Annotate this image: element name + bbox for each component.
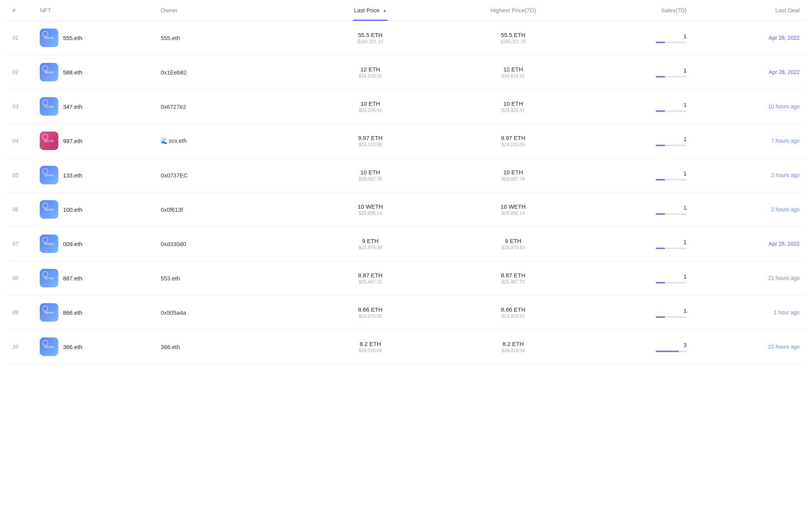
row-last-price: 8.2 ETH $24,018.04: [299, 330, 442, 364]
sales-bar-bg: [656, 179, 687, 181]
sales-count: 1: [683, 307, 687, 314]
sales-count: 1: [683, 67, 687, 74]
last-price-usd: $160,321.15: [303, 39, 437, 44]
highest-price-usd: $24,970.92: [447, 314, 580, 319]
nft-thumb-label: 997.eth: [44, 140, 54, 142]
sales-count: 1: [683, 136, 687, 142]
col-header-last-price[interactable]: Last Price ▼: [299, 0, 442, 21]
col-header-num: #: [8, 0, 35, 21]
row-sales: 1: [585, 89, 695, 124]
row-owner: 0xd330d0: [156, 227, 299, 261]
col-header-nft: NFT: [35, 0, 156, 21]
row-owner: 🌊scv.eth: [156, 124, 299, 158]
nft-thumb-label: 887.eth: [44, 277, 54, 280]
nft-name-label: 366.eth: [63, 344, 82, 350]
sales-bar-fill: [656, 179, 665, 181]
nft-name-label: 997.eth: [63, 138, 82, 144]
nft-thumbnail: 366.eth: [40, 337, 58, 356]
last-deal-value: Apr 28, 2022: [769, 35, 800, 41]
highest-price-usd: $34,619.31: [447, 73, 580, 79]
nft-name-label: 347.eth: [63, 103, 82, 110]
table-header-row: # NFT Owner Last Price ▼ Highest Price(7…: [8, 0, 804, 21]
row-last-price: 8.66 ETH $24,970.92: [299, 295, 442, 330]
row-sales: 1: [585, 192, 695, 227]
table-row: 03 347.eth 347.eth 0x6727e2 10 ETH $29,3…: [8, 89, 804, 124]
row-last-deal: 23 hours ago: [694, 330, 804, 364]
row-sales: 1: [585, 227, 695, 261]
last-deal-value: 1 hour ago: [774, 309, 800, 315]
table-row: 07 009.eth 009.eth 0xd330d0 9 ETH $25,97…: [8, 227, 804, 261]
nft-name-label: 588.eth: [63, 69, 82, 76]
row-sales: 1: [585, 158, 695, 192]
table-row: 02 588.eth 588.eth 0x1Eeb82 12 ETH $34,6…: [8, 55, 804, 89]
last-price-eth: 10 ETH: [303, 169, 437, 175]
last-price-eth: 12 ETH: [303, 66, 437, 73]
last-deal-value: Apr 28, 2022: [769, 241, 800, 247]
sales-bar-fill: [656, 282, 665, 283]
last-price-eth: 10 ETH: [303, 100, 437, 107]
row-nft: 997.eth 997.eth: [35, 124, 156, 158]
nft-thumb-label: 366.eth: [44, 346, 54, 348]
highest-price-eth: 10 ETH: [447, 100, 580, 107]
nft-thumb-label: 009.eth: [44, 243, 54, 245]
last-deal-value: 2 hours ago: [771, 206, 800, 213]
row-owner: 0x505a4a: [156, 295, 299, 330]
sales-bar-bg: [656, 248, 687, 249]
sales-bar-fill: [656, 145, 665, 146]
row-sales: 1: [585, 261, 695, 295]
row-last-price: 9 ETH $25,979.99: [299, 227, 442, 261]
sales-bar-bg: [656, 282, 687, 283]
sales-count: 1: [683, 33, 687, 39]
highest-price-eth: 8.66 ETH: [447, 306, 580, 313]
sales-bar-bg: [656, 110, 687, 112]
row-owner: 555.eth: [156, 21, 299, 55]
nft-thumb-label: 133.eth: [44, 174, 54, 177]
row-nft: 866.eth 866.eth: [35, 295, 156, 330]
last-price-eth: 8.66 ETH: [303, 306, 437, 313]
nft-thumb-label: 347.eth: [44, 105, 54, 108]
last-deal-value: 10 hours ago: [768, 103, 800, 110]
nft-name-label: 866.eth: [63, 309, 82, 316]
row-num: 02: [8, 55, 35, 89]
row-num: 07: [8, 227, 35, 261]
last-price-usd: $29,326.42: [303, 108, 437, 113]
highest-price-eth: 8.2 ETH: [447, 341, 580, 347]
row-nft: 555.eth 555.eth: [35, 21, 156, 55]
row-nft: 588.eth 588.eth: [35, 55, 156, 89]
last-price-usd: $24,970.92: [303, 314, 437, 319]
sales-bar-fill: [656, 248, 665, 249]
nft-thumbnail: 866.eth: [40, 303, 58, 322]
row-highest-price: 12 ETH $34,619.31: [442, 55, 585, 89]
table-row: 09 866.eth 866.eth 0x505a4a 8.66 ETH $24…: [8, 295, 804, 330]
highest-price-usd: $28,896.14: [447, 211, 580, 216]
highest-price-eth: 10 ETH: [447, 169, 580, 175]
highest-price-usd: $24,018.04: [447, 348, 580, 353]
last-deal-value: Apr 28, 2022: [769, 69, 800, 75]
sales-bar-fill: [656, 316, 665, 318]
row-nft: 366.eth 366.eth: [35, 330, 156, 364]
nft-table: # NFT Owner Last Price ▼ Highest Price(7…: [8, 0, 804, 364]
row-nft: 347.eth 347.eth: [35, 89, 156, 124]
row-last-deal: 2 hours ago: [694, 158, 804, 192]
row-owner: 0x1Eeb82: [156, 55, 299, 89]
last-price-usd: $29,133.09: [303, 142, 437, 147]
row-highest-price: 10 ETH $29,326.42: [442, 89, 585, 124]
row-owner: 366.eth: [156, 330, 299, 364]
nft-thumb-label: 555.eth: [44, 37, 54, 39]
table-row: 10 366.eth 366.eth 366.eth 8.2 ETH $24,0…: [8, 330, 804, 364]
highest-price-eth: 8.87 ETH: [447, 272, 580, 278]
row-sales: 3: [585, 330, 695, 364]
highest-price-usd: $29,133.09: [447, 142, 580, 147]
table-row: 04 997.eth 997.eth 🌊scv.eth 9.97 ETH $29…: [8, 124, 804, 158]
nft-thumbnail: 100.eth: [40, 200, 58, 219]
row-sales: 1: [585, 55, 695, 89]
sales-count: 1: [683, 273, 687, 280]
row-owner: 0x0737EC: [156, 158, 299, 192]
last-price-eth: 9 ETH: [303, 238, 437, 244]
row-owner: 0x0f613f: [156, 192, 299, 227]
last-price-eth: 8.87 ETH: [303, 272, 437, 278]
row-owner: 553.eth: [156, 261, 299, 295]
row-nft: 133.eth 133.eth: [35, 158, 156, 192]
highest-price-eth: 9 ETH: [447, 238, 580, 244]
last-price-usd: $29,097.78: [303, 176, 437, 182]
